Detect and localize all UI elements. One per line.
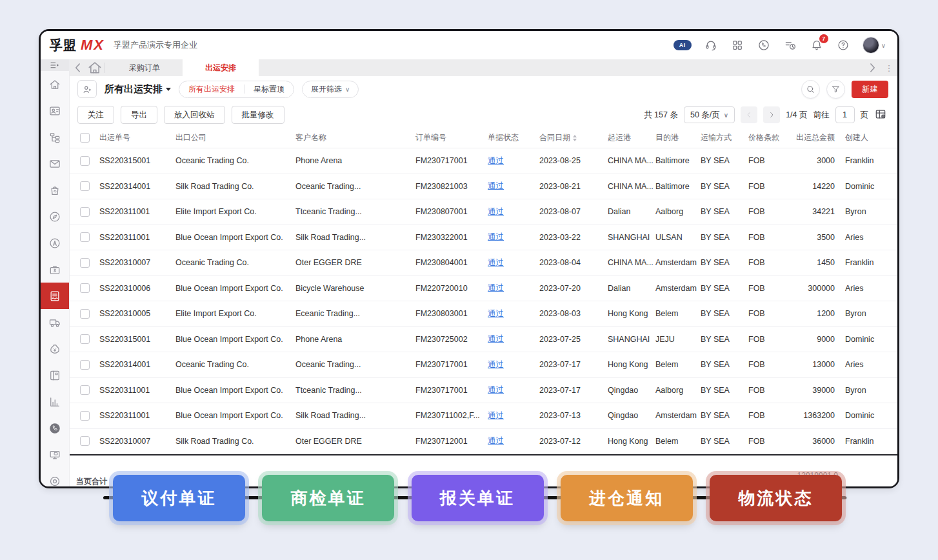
sidebar-item-truck[interactable] — [41, 309, 69, 335]
flow-button-进仓通知[interactable]: 进仓通知 — [561, 475, 693, 521]
sidebar-item-home[interactable] — [41, 71, 69, 97]
row-checkbox[interactable] — [80, 207, 90, 217]
flow-button-商检单证[interactable]: 商检单证 — [262, 475, 394, 521]
row-checkbox[interactable] — [80, 283, 90, 293]
column-header-单据状态[interactable]: 单据状态 — [488, 132, 539, 143]
avatar[interactable]: ∨ — [863, 38, 886, 52]
expand-filter-button[interactable]: 展开筛选 ∨ — [302, 81, 359, 98]
table-row[interactable]: SS220310007Silk Road Trading Co.Oter EGG… — [70, 429, 897, 455]
tab-forward-icon[interactable] — [864, 59, 881, 76]
sidebar-item-contact-card[interactable] — [41, 97, 69, 124]
sort-icon[interactable] — [573, 135, 577, 141]
flow-button-报关单证[interactable]: 报关单证 — [412, 475, 544, 521]
table-row[interactable]: SS220314001Oceanic Trading Co.Oceanic Tr… — [70, 352, 897, 378]
sidebar-item-notebook[interactable] — [41, 362, 69, 388]
status-link[interactable]: 通过 — [488, 181, 504, 192]
flow-button-物流状态[interactable]: 物流状态 — [710, 475, 842, 521]
column-header-目的港[interactable]: 目的港 — [655, 132, 701, 143]
row-checkbox[interactable] — [80, 156, 90, 166]
column-header-出运单号[interactable]: 出运单号 — [99, 132, 175, 143]
status-link[interactable]: 通过 — [488, 257, 504, 268]
table-row[interactable]: SS220315001Oceanic Trading Co.Phone Aren… — [70, 148, 897, 174]
ai-badge[interactable]: AI — [674, 38, 692, 52]
action-button-导出[interactable]: 导出 — [121, 106, 157, 124]
table-row[interactable]: SS220311001Blue Ocean Import Export Co.T… — [70, 378, 897, 404]
status-link[interactable]: 通过 — [488, 206, 504, 217]
help-icon[interactable] — [836, 38, 850, 52]
user-avatar[interactable] — [863, 37, 879, 54]
table-row[interactable]: SS220311001Elite Import Export Co.Ttcean… — [70, 199, 897, 225]
table-row[interactable]: SS220311001Blue Ocean Import Export Co.S… — [70, 225, 897, 251]
sidebar-item-compass[interactable] — [41, 203, 69, 230]
view-selector[interactable]: 所有出运安排 — [105, 83, 171, 95]
sidebar-item-briefcase-dollar[interactable] — [41, 256, 69, 283]
apps-grid-icon[interactable] — [730, 38, 744, 52]
row-checkbox[interactable] — [80, 411, 90, 421]
row-checkbox[interactable] — [80, 181, 90, 191]
action-button-批量修改[interactable]: 批量修改 — [232, 106, 284, 124]
sidebar-item-money-bag[interactable] — [41, 335, 69, 362]
table-row[interactable]: SS220310006Blue Ocean Import Export Co.B… — [70, 276, 897, 302]
row-checkbox[interactable] — [80, 334, 90, 344]
column-header-客户名称[interactable]: 客户名称 — [295, 132, 415, 143]
sidebar-item-mail[interactable] — [41, 150, 69, 177]
column-header-起运港[interactable]: 起运港 — [608, 132, 655, 143]
column-header-出口公司[interactable]: 出口公司 — [175, 132, 295, 143]
sidebar-item-whatsapp-filled[interactable] — [41, 415, 69, 441]
status-link[interactable]: 通过 — [488, 385, 504, 395]
tab-出运安排[interactable]: 出运安排 — [183, 59, 259, 76]
table-row[interactable]: SS220310007Oceanic Trading Co.Oter EGGER… — [70, 250, 897, 276]
status-link[interactable]: 通过 — [488, 155, 504, 166]
status-link[interactable]: 通过 — [488, 410, 504, 421]
sidebar-item-shopping-bag[interactable] — [41, 177, 69, 203]
task-list-icon[interactable] — [783, 38, 797, 52]
bell-icon[interactable]: 7 — [810, 38, 824, 52]
row-checkbox[interactable] — [80, 309, 90, 319]
sidebar-item-org-chart[interactable] — [41, 124, 69, 150]
whatsapp-icon[interactable] — [757, 38, 771, 52]
action-button-关注[interactable]: 关注 — [77, 106, 114, 124]
table-row[interactable]: SS220310005Elite Import Export Co.Eceani… — [70, 301, 897, 327]
column-header-价格条款[interactable]: 价格条款 — [748, 132, 793, 143]
status-link[interactable]: 通过 — [488, 232, 504, 243]
select-all-checkbox[interactable] — [80, 133, 90, 143]
tab-menu-icon[interactable]: ⋮ — [881, 59, 897, 76]
segment-星标置顶[interactable]: 星标置顶 — [244, 81, 294, 97]
prev-page-button[interactable] — [741, 106, 757, 123]
person-filter-button[interactable] — [77, 80, 97, 98]
row-checkbox[interactable] — [80, 360, 90, 370]
page-size-select[interactable]: 50 条/页 ∨ — [684, 106, 735, 123]
column-header-合同日期[interactable]: 合同日期 — [539, 132, 608, 143]
status-link[interactable]: 通过 — [488, 359, 504, 370]
status-link[interactable]: 通过 — [488, 308, 504, 319]
status-link[interactable]: 通过 — [488, 334, 504, 345]
status-link[interactable]: 通过 — [488, 435, 504, 446]
sidebar-item-gear[interactable] — [41, 468, 69, 486]
tab-back-icon[interactable] — [70, 59, 86, 76]
table-row[interactable]: SS220315001Blue Ocean Import Export Co.P… — [70, 327, 897, 353]
table-row[interactable]: SS220314001Silk Road Trading Co.Oceanic … — [70, 174, 897, 200]
row-checkbox[interactable] — [80, 385, 90, 395]
sidebar-item-bar-chart[interactable] — [41, 388, 69, 415]
row-checkbox[interactable] — [80, 436, 90, 446]
row-checkbox[interactable] — [80, 232, 90, 242]
search-icon[interactable] — [801, 80, 820, 99]
goto-page-input[interactable] — [835, 106, 855, 123]
flow-button-议付单证[interactable]: 议付单证 — [113, 475, 245, 521]
sidebar-collapse-icon[interactable] — [41, 59, 69, 71]
sidebar-item-circle-a[interactable] — [41, 230, 69, 256]
home-tab-icon[interactable] — [86, 59, 103, 76]
status-link[interactable]: 通过 — [488, 283, 504, 294]
column-header-订单编号[interactable]: 订单编号 — [415, 132, 488, 143]
column-settings-icon[interactable] — [874, 108, 888, 122]
column-header-创建人[interactable]: 创建人 — [841, 132, 897, 143]
table-row[interactable]: SS220311001Blue Ocean Import Export Co.S… — [70, 403, 897, 429]
segment-所有出运安排[interactable]: 所有出运安排 — [179, 81, 244, 97]
sidebar-item-monitor[interactable] — [41, 441, 69, 468]
column-header-出运总金额[interactable]: 出运总金额 — [793, 132, 841, 143]
headset-icon[interactable] — [704, 38, 718, 52]
column-header-运输方式[interactable]: 运输方式 — [701, 132, 748, 143]
tab-采购订单[interactable]: 采购订单 — [106, 59, 183, 76]
filter-funnel-icon[interactable] — [826, 80, 845, 99]
sidebar-item-shipping-doc[interactable] — [41, 283, 69, 309]
